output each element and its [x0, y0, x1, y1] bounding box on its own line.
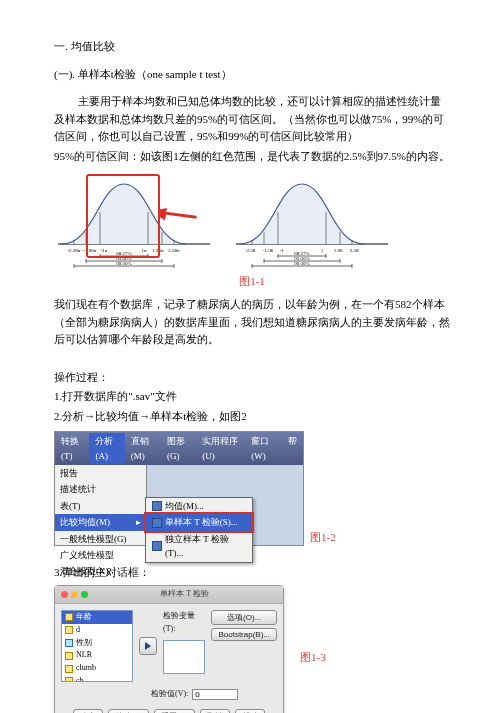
scale-icon	[65, 665, 73, 673]
svg-text:1: 1	[321, 248, 324, 253]
menu-item[interactable]: 直销(M)	[125, 433, 161, 464]
list-item[interactable]: NLR	[62, 649, 132, 662]
submenu-item-one-sample-t[interactable]: 单样本 T 检验(S)...	[146, 514, 252, 530]
submenu-item[interactable]: 独立样本 T 检验(T)...	[146, 531, 252, 562]
bell-left: -2.58σ -1.96σ -1σ 1σ 1.96σ 2.58σ 68.27% …	[54, 174, 214, 270]
minimize-icon[interactable]	[71, 591, 78, 598]
svg-text:1.96: 1.96	[334, 248, 343, 253]
scale-icon	[65, 626, 73, 634]
stats-icon	[152, 541, 162, 551]
zoom-icon[interactable]	[81, 591, 88, 598]
svg-text:-2.58: -2.58	[245, 248, 256, 253]
help-button[interactable]: 帮助	[235, 709, 265, 713]
tick: 1.96σ	[152, 248, 164, 253]
menu-option-compare-means[interactable]: 比较均值(M) ▸	[55, 514, 146, 530]
svg-text:2.58: 2.58	[350, 248, 359, 253]
test-value-input[interactable]	[192, 689, 238, 700]
bell-right: -2.58-1.96-1 11.962.58 68.27% 95.00% 99.…	[232, 174, 392, 270]
menu-item[interactable]: 转换(T)	[55, 433, 89, 464]
subsection-title: (一). 单样本t检验（one sample t test）	[54, 66, 450, 84]
menu-option[interactable]: 报告	[55, 465, 146, 481]
close-icon[interactable]	[61, 591, 68, 598]
dropdown-menu: 报告 描述统计 表(T) 比较均值(M) ▸ 一般线性模型(G) 广义线性模型 …	[55, 465, 147, 545]
move-right-button[interactable]	[139, 637, 157, 655]
paste-button[interactable]: 粘贴(P)	[108, 709, 149, 713]
list-item[interactable]: 性别	[62, 637, 132, 650]
svg-text:-1.96: -1.96	[263, 248, 274, 253]
ok-button[interactable]: 确定	[73, 709, 103, 713]
tick: -1σ	[101, 248, 108, 253]
spss-menu-screenshot: 转换(T) 分析(A) 直销(M) 图形(G) 实用程序(U) 窗口(W) 帮 …	[54, 431, 304, 546]
menu-item[interactable]: 窗口(W)	[245, 433, 282, 464]
list-item[interactable]: 年龄	[62, 611, 132, 624]
tick: 1σ	[141, 248, 147, 253]
test-variable-box[interactable]	[163, 640, 205, 674]
paragraph: 95%的可信区间：如该图1左侧的红色范围，是代表了数据的2.5%到97.5%的内…	[54, 148, 450, 166]
scale-icon	[65, 677, 73, 682]
paragraph: 主要用于样本均数和已知总体均数的比较，还可以计算相应的描述性统计量及样本数据和总…	[54, 93, 450, 146]
dialog-title: 单样本 T 检验	[92, 588, 277, 601]
figure-caption: 图1-3	[300, 649, 326, 667]
menu-option[interactable]: 描述统计	[55, 481, 146, 497]
list-item[interactable]: clumb	[62, 662, 132, 675]
ops-step: 1.打开数据库的".sav"文件	[54, 388, 450, 406]
arrow-right-icon	[143, 641, 153, 651]
options-button[interactable]: 选项(O)...	[211, 610, 277, 625]
ops-heading: 操作过程：	[54, 369, 450, 387]
section-title: 一. 均值比较	[54, 38, 450, 56]
svg-line-16	[163, 207, 196, 222]
figure-1-1: -2.58σ -1.96σ -1σ 1σ 1.96σ 2.58σ 68.27% …	[54, 174, 450, 270]
menu-item-analyze[interactable]: 分析(A)	[89, 433, 124, 464]
figure-caption: 图1-2	[310, 529, 336, 547]
cancel-button[interactable]: 取消	[200, 709, 230, 713]
dialog-titlebar: 单样本 T 检验	[55, 586, 283, 604]
stats-icon	[152, 501, 162, 511]
list-item[interactable]: cb	[62, 675, 132, 682]
menu-bar: 转换(T) 分析(A) 直销(M) 图形(G) 实用程序(U) 窗口(W) 帮	[55, 432, 303, 465]
scale-icon	[65, 652, 73, 660]
menu-option[interactable]: 表(T)	[55, 498, 146, 514]
scale-icon	[65, 613, 73, 621]
menu-item[interactable]: 帮	[282, 433, 303, 464]
menu-item[interactable]: 图形(G)	[161, 433, 196, 464]
menu-option[interactable]: 一般线性模型(G)	[55, 531, 146, 547]
variable-list[interactable]: 年龄 d 性别 NLR clumb cb MR1 MR2	[61, 610, 133, 682]
figure-caption: 图1-1	[54, 273, 450, 291]
tick: 2.58σ	[168, 248, 180, 253]
menu-option[interactable]: 混合模型(X)	[55, 563, 146, 579]
list-item[interactable]: d	[62, 624, 132, 637]
ops-step: 2.分析→比较均值→单样本t检验，如图2	[54, 408, 450, 426]
window-controls[interactable]	[61, 591, 88, 598]
band: 99.00%	[116, 261, 131, 266]
test-value-label: 检验值(V):	[151, 688, 188, 701]
svg-text:-1: -1	[280, 248, 285, 253]
target-label: 检验变量(T):	[163, 610, 205, 636]
paragraph: 我们现在有个数据库，记录了糖尿病人的病历，以年龄为例，在一个有582个样本（全部…	[54, 296, 450, 349]
svg-text:99.00%: 99.00%	[294, 261, 309, 266]
tick: -2.58σ	[67, 248, 80, 253]
one-sample-t-dialog: 单样本 T 检验 年龄 d 性别 NLR clumb cb MR1 MR2 检验…	[54, 585, 284, 713]
reset-button[interactable]: 重置(R)	[154, 709, 195, 713]
submenu: 均值(M)... 单样本 T 检验(S)... 独立样本 T 检验(T)...	[145, 497, 253, 563]
submenu-item[interactable]: 均值(M)...	[146, 498, 252, 514]
menu-item[interactable]: 实用程序(U)	[196, 433, 245, 464]
bootstrap-button[interactable]: Bootstrap(B)...	[211, 628, 277, 641]
tick: -1.96σ	[83, 248, 96, 253]
stats-icon	[152, 518, 162, 528]
nominal-icon	[65, 639, 73, 647]
menu-option[interactable]: 广义线性模型	[55, 547, 146, 563]
